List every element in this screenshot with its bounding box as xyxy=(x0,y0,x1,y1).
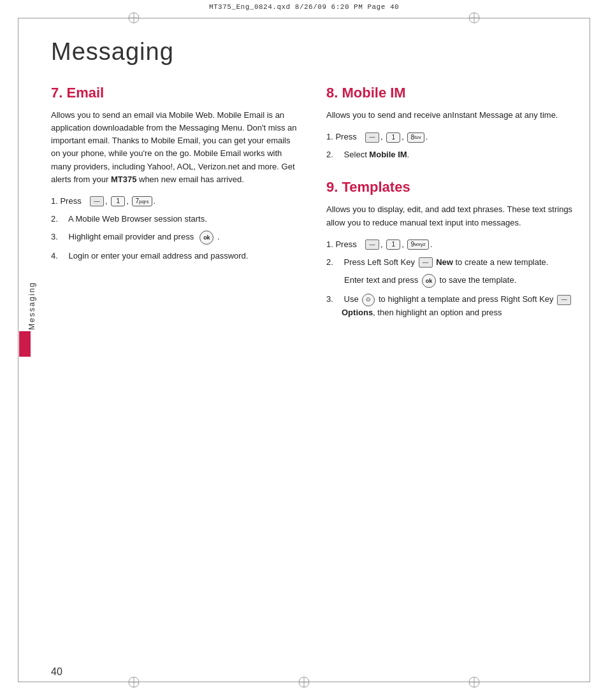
email-step-2-text: A Mobile Web Browser session starts. xyxy=(66,213,207,225)
key-1-email: 1 xyxy=(111,196,125,206)
templates-step-2-text: Press Left Soft Key — New to create a ne… xyxy=(342,256,548,269)
templates-description: Allows you to display, edit, and add tex… xyxy=(326,203,576,229)
sidebar-label: Messaging xyxy=(27,282,36,330)
key-lsk-new: — xyxy=(419,257,433,268)
key-menu-1: — xyxy=(90,196,104,206)
key-9-tmpl: 9wxyz xyxy=(407,239,428,250)
email-step-4: 4. Login or enter your email address and… xyxy=(51,250,301,262)
key-8-im: 8tuv xyxy=(407,132,424,143)
key-menu-3: — xyxy=(365,239,379,250)
border-right xyxy=(590,18,590,682)
mobile-im-step-1-number: 1. Press xyxy=(326,131,357,143)
options-bold: Options xyxy=(342,308,373,317)
header-text: MT375_Eng_0824.qxd 8/26/09 6:20 PM Page … xyxy=(209,3,399,11)
page-number: 40 xyxy=(51,666,62,678)
templates-title: 9. Templates xyxy=(326,179,576,196)
mobile-im-step-1-content: —, 1, 8tuv. xyxy=(359,131,428,143)
key-menu-2: — xyxy=(365,132,379,143)
email-step-3-text: Highlight email provider and press ok . xyxy=(66,231,220,245)
new-bold: New xyxy=(436,257,453,267)
templates-step-2-number: 2. xyxy=(326,256,339,269)
mobile-im-description: Allows you to send and receive anInstant… xyxy=(326,109,576,122)
reg-mark-bottom-left xyxy=(127,676,140,689)
email-section: 7. Email Allows you to send an email via… xyxy=(51,85,301,324)
templates-step-3-text: Use ⊙ to highlight a template and press … xyxy=(342,293,576,319)
mobile-im-section: 8. Mobile IM Allows you to send and rece… xyxy=(326,85,576,161)
templates-step-1-number: 1. Press xyxy=(326,238,357,251)
mt375-bold: MT375 xyxy=(111,175,136,184)
email-step-1: 1. Press —, 1, 7pqrs. xyxy=(51,195,301,208)
key-7-email: 7pqrs xyxy=(132,196,152,206)
templates-step-1-content: —, 1, 9wxyz. xyxy=(359,238,433,251)
key-1-tmpl: 1 xyxy=(386,239,400,250)
email-step-4-number: 4. xyxy=(51,250,64,262)
main-content: Messaging 7. Email Allows you to send an… xyxy=(51,32,576,668)
sidebar-marker xyxy=(19,331,31,357)
mobile-im-step-2-text: Select Mobile IM. xyxy=(342,148,409,161)
email-step-1-number: 1. Press xyxy=(51,195,82,208)
key-1-im: 1 xyxy=(386,132,400,143)
page-title: Messaging xyxy=(51,38,576,66)
templates-step-3: 3. Use ⊙ to highlight a template and pre… xyxy=(326,293,576,319)
mobile-im-step-2-number: 2. xyxy=(326,148,339,161)
key-rsk-options: — xyxy=(557,295,571,305)
border-top xyxy=(18,18,590,18)
mobile-im-step-1: 1. Press —, 1, 8tuv. xyxy=(326,131,576,143)
mobile-im-bold: Mobile IM xyxy=(369,150,407,159)
templates-step-2-sub: Enter text and press ok to save the temp… xyxy=(344,274,576,288)
templates-step-2: 2. Press Left Soft Key — New to create a… xyxy=(326,256,576,269)
email-description: Allows you to send an email via Mobile W… xyxy=(51,109,301,186)
key-ok-email: ok xyxy=(199,231,214,245)
mobile-im-title: 8. Mobile IM xyxy=(326,85,576,101)
email-step-1-content: —, 1, 7pqrs. xyxy=(84,195,156,208)
header-bar: MT375_Eng_0824.qxd 8/26/09 6:20 PM Page … xyxy=(51,3,557,11)
key-nav-tmpl: ⊙ xyxy=(362,294,375,306)
templates-step-1: 1. Press —, 1, 9wxyz. xyxy=(326,238,576,251)
reg-mark-top-left xyxy=(127,11,140,24)
right-column: 8. Mobile IM Allows you to send and rece… xyxy=(326,85,576,324)
reg-mark-bottom-center xyxy=(298,676,310,689)
key-ok-tmpl: ok xyxy=(422,274,436,288)
email-step-2-number: 2. xyxy=(51,213,64,225)
border-left xyxy=(18,18,18,682)
reg-mark-top-right xyxy=(468,11,481,24)
email-title: 7. Email xyxy=(51,85,301,101)
email-step-3-number: 3. xyxy=(51,231,64,243)
email-step-3: 3. Highlight email provider and press ok… xyxy=(51,231,301,245)
templates-section: 9. Templates Allows you to display, edit… xyxy=(326,179,576,318)
mobile-im-step-2: 2. Select Mobile IM. xyxy=(326,148,576,161)
two-columns: 7. Email Allows you to send an email via… xyxy=(51,85,576,324)
templates-step-3-number: 3. xyxy=(326,293,339,306)
email-step-2: 2. A Mobile Web Browser session starts. xyxy=(51,213,301,225)
email-step-4-text: Login or enter your email address and pa… xyxy=(66,250,248,262)
reg-mark-bottom-right xyxy=(468,676,481,689)
